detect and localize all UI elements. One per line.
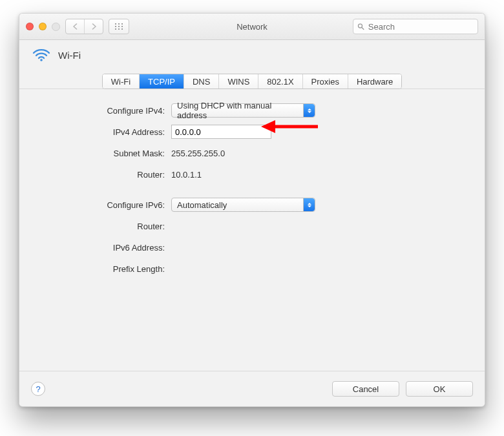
tab-8021x[interactable]: 802.1X [258,74,302,88]
svg-point-2 [121,23,123,25]
chevron-left-icon [72,23,78,30]
ok-button[interactable]: OK [406,381,473,397]
configure-ipv4-select[interactable]: Using DHCP with manual address [171,103,315,118]
close-window-button[interactable] [26,23,34,30]
network-advanced-window: Network Wi- [19,13,485,407]
help-button[interactable]: ? [31,382,45,396]
cancel-button[interactable]: Cancel [332,381,399,397]
tab-hardware[interactable]: Hardware [348,74,401,88]
tcpip-pane: Configure IPv4: Using DHCP with manual a… [19,89,485,371]
svg-point-8 [121,28,123,30]
tab-tcpip[interactable]: TCP/IP [139,74,184,88]
back-button[interactable] [66,19,84,34]
sheet-footer: ? Cancel OK [19,371,485,406]
updown-icon [303,198,315,211]
label-ipv4-address: IPv4 Address: [39,127,171,137]
svg-point-6 [115,28,116,30]
svg-point-5 [121,26,123,27]
wifi-icon [32,48,50,62]
svg-point-1 [118,23,120,25]
forward-button[interactable] [84,19,103,34]
subnet-mask-value: 255.255.255.0 [171,149,225,158]
label-ipv6-address: IPv6 Address: [39,243,171,253]
service-name: Wi-Fi [58,50,81,61]
zoom-window-button[interactable] [52,23,60,31]
tab-wins[interactable]: WINS [218,74,258,88]
search-field-wrap[interactable] [353,19,478,34]
svg-point-7 [118,28,120,30]
svg-line-10 [362,28,364,30]
configure-ipv4-value: Using DHCP with manual address [177,101,300,120]
label-configure-ipv4: Configure IPv4: [39,106,171,116]
updown-icon [303,104,315,117]
tab-proxies[interactable]: Proxies [302,74,348,88]
label-prefix-length: Prefix Length: [39,264,171,274]
label-subnet-mask: Subnet Mask: [39,149,171,158]
chevron-right-icon [91,23,97,30]
svg-point-0 [115,23,116,25]
tab-wifi[interactable]: Wi-Fi [103,74,139,88]
tabbar-wrap: Wi-Fi TCP/IP DNS WINS 802.1X Proxies Har… [19,68,485,89]
svg-point-11 [40,59,43,61]
ipv4-address-input[interactable] [171,125,271,139]
tabbar: Wi-Fi TCP/IP DNS WINS 802.1X Proxies Har… [102,74,403,89]
label-configure-ipv6: Configure IPv6: [39,200,171,210]
service-header: Wi-Fi [19,40,485,69]
svg-point-9 [358,24,362,28]
window-toolbar: Network [19,14,485,40]
traffic-lights [26,23,60,31]
router-v4-value: 10.0.1.1 [171,170,202,180]
label-router-v4: Router: [39,170,171,180]
label-router-v6: Router: [39,222,171,231]
svg-point-3 [115,26,116,27]
search-icon [357,23,364,30]
svg-point-4 [118,26,120,27]
show-all-button[interactable] [109,19,129,34]
search-input[interactable] [367,21,474,32]
configure-ipv6-select[interactable]: Automatically [171,198,315,212]
minimize-window-button[interactable] [39,23,47,30]
grid-icon [114,23,123,30]
tab-dns[interactable]: DNS [184,74,218,88]
nav-back-forward [65,19,103,34]
configure-ipv6-value: Automatically [177,200,227,210]
